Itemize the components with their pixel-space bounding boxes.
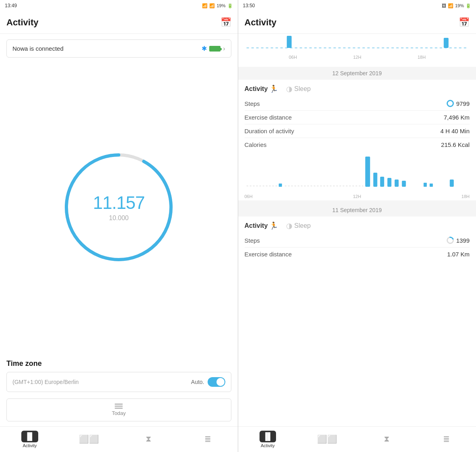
status-time-2: 13:50 <box>243 3 255 8</box>
screen-2: 13:50 🖼 📶 19% 🔋 Activity 📅 06H <box>238 0 476 452</box>
steps-number-2: 1399 <box>456 237 470 244</box>
stat-label-distance-1: Exercise distance <box>245 114 292 121</box>
tab-row-1: Activity 🏃 ◑ Sleep <box>245 80 470 97</box>
stats-row-calories-1: Calories 215.6 Kcal <box>245 138 470 151</box>
battery-status-icon <box>209 46 220 52</box>
stats-row-steps-1: Steps 9799 <box>245 97 470 111</box>
circle-content: 11.157 10.000 <box>93 193 145 222</box>
connection-bar[interactable]: Nowa is connected ✱ › <box>6 39 231 58</box>
bar-chart-icon-active: ▐▌ <box>25 432 35 441</box>
connection-text: Nowa is connected <box>12 45 64 52</box>
timezone-section: Time zone (GMT+1:00) Europe/Berlin Auto. <box>0 359 238 398</box>
bluetooth-icon: ✱ <box>202 45 207 52</box>
tab-sleep-2[interactable]: ◑ Sleep <box>286 221 311 230</box>
battery-icon-1: 🔋 <box>227 3 233 8</box>
activity-label-1: Activity <box>245 85 268 93</box>
auto-label: Auto. <box>191 379 204 385</box>
sleep-label-1: Sleep <box>294 85 311 93</box>
page-title-2: Activity <box>245 17 276 28</box>
nav-item-grid-2[interactable]: ⬜⬜ <box>297 434 357 445</box>
chart-x-18h-1: 18H <box>462 194 470 199</box>
status-icons-1: 📶 📶 19% 🔋 <box>202 3 233 8</box>
today-button[interactable]: Today <box>6 398 231 421</box>
bottom-nav-1: ▐▌ Activity ⬜⬜ ⧗ ≣ <box>0 426 238 452</box>
svg-text:12H: 12H <box>353 55 361 60</box>
svg-rect-15 <box>423 183 427 187</box>
svg-rect-9 <box>365 157 370 187</box>
timezone-toggle[interactable] <box>208 377 225 387</box>
svg-rect-12 <box>387 178 391 187</box>
nav-item-activity-1[interactable]: ▐▌ Activity <box>0 431 60 448</box>
status-time-1: 13:49 <box>5 3 17 8</box>
moon-icon-2: ◑ <box>286 221 293 230</box>
stat-label-calories-1: Calories <box>245 141 267 148</box>
svg-rect-13 <box>394 180 398 187</box>
timezone-text: (GMT+1:00) Europe/Berlin <box>12 379 79 385</box>
tab-sleep-1[interactable]: ◑ Sleep <box>286 85 311 93</box>
steps-circle-full-1 <box>447 100 454 107</box>
wifi-icon-1: 📶 <box>202 3 208 8</box>
status-icons-2: 🖼 📶 19% 🔋 <box>442 3 471 8</box>
run-icon-1: 🏃 <box>269 85 278 93</box>
wifi-icon-2: 📶 <box>448 3 453 8</box>
nav-label-activity-2: Activity <box>261 443 275 448</box>
nav-item-grid-1[interactable]: ⬜⬜ <box>60 434 119 445</box>
timezone-toggle-area: Auto. <box>191 377 225 387</box>
chevron-right-icon: › <box>223 45 225 52</box>
timezone-title: Time zone <box>6 359 231 368</box>
page-title-1: Activity <box>6 17 38 28</box>
calendar-icon-2[interactable]: 📅 <box>459 17 470 28</box>
tab-row-2: Activity 🏃 ◑ Sleep <box>245 217 470 233</box>
watch-icon-1: ⧗ <box>146 434 151 444</box>
sleep-label-2: Sleep <box>294 222 311 229</box>
activity-section-2: Activity 🏃 ◑ Sleep Steps 1399 Exercise d… <box>238 217 476 261</box>
date-header-2: 11 September 2019 <box>238 204 476 217</box>
battery-icon-2: 🔋 <box>466 3 471 8</box>
stat-value-steps-2: 1399 <box>447 237 470 244</box>
svg-rect-14 <box>402 181 406 187</box>
section-divider <box>238 200 476 204</box>
circle-wrapper: 11.157 10.000 <box>62 151 175 264</box>
nav-item-settings-1[interactable]: ≣ <box>178 434 238 445</box>
header-2: Activity 📅 <box>238 11 476 34</box>
stat-label-steps-1: Steps <box>245 100 260 107</box>
moon-icon-1: ◑ <box>286 85 293 93</box>
svg-rect-17 <box>449 180 453 187</box>
steps-value: 11.157 <box>93 193 145 213</box>
battery-pct-1: 19% <box>216 3 225 8</box>
screen-1: 13:49 📶 📶 19% 🔋 Activity 📅 Nowa is conne… <box>0 0 238 452</box>
steps-goal: 10.000 <box>93 215 145 222</box>
bar-chart-icon-active-2: ▐▌ <box>263 432 273 441</box>
activity-section-1: Activity 🏃 ◑ Sleep Steps 9799 Exercise d… <box>238 80 476 151</box>
stat-value-distance-1: 7,496 Km <box>444 114 470 121</box>
battery-pct-2: 19% <box>455 3 464 8</box>
nav-item-activity-2[interactable]: ▐▌ Activity <box>238 431 298 448</box>
svg-rect-10 <box>373 173 377 187</box>
stat-value-duration-1: 4 H 40 Min <box>440 128 470 134</box>
sliders-icon-1: ≣ <box>204 434 211 444</box>
step-counter-circle: 11.157 10.000 <box>0 63 238 359</box>
nav-item-watch-2[interactable]: ⧗ <box>357 434 416 444</box>
steps-circle-partial-2 <box>445 235 455 246</box>
grid-icon-2: ⬜⬜ <box>317 434 337 444</box>
tab-activity-2[interactable]: Activity 🏃 <box>245 221 278 230</box>
bar-chart-1 <box>238 151 476 194</box>
nav-item-settings-2[interactable]: ≣ <box>416 434 476 445</box>
tab-activity-1[interactable]: Activity 🏃 <box>245 85 278 93</box>
stats-row-duration-1: Duration of activity 4 H 40 Min <box>245 124 470 138</box>
calendar-icon-1[interactable]: 📅 <box>220 17 231 28</box>
chart-x-06h-1: 06H <box>245 194 253 199</box>
nav-item-watch-1[interactable]: ⧗ <box>119 434 178 444</box>
nav-active-box-2: ▐▌ <box>260 431 276 442</box>
sliders-icon-2: ≣ <box>443 434 450 444</box>
nav-label-activity-1: Activity <box>23 443 37 448</box>
svg-rect-16 <box>429 184 433 187</box>
top-chart-svg: 06H 12H 18H <box>245 34 470 62</box>
signal-icon-1: 📶 <box>209 3 215 8</box>
svg-rect-4 <box>443 38 448 48</box>
menu-icon <box>115 404 123 409</box>
stat-label-distance-2: Exercise distance <box>245 251 292 258</box>
chart-x-12h-1: 12H <box>353 194 361 199</box>
svg-rect-3 <box>286 36 291 48</box>
menu-line-1 <box>115 404 123 405</box>
